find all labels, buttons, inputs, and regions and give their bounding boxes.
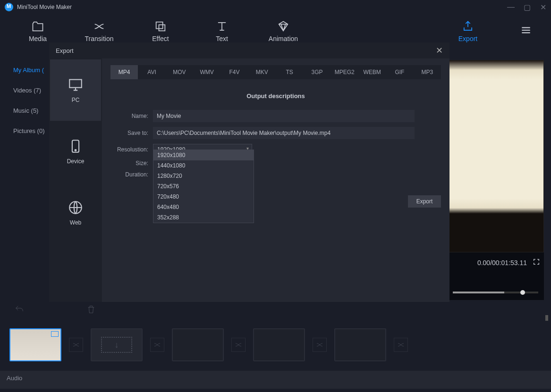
svg-rect-1 bbox=[159, 25, 165, 31]
format-wmv[interactable]: WMV bbox=[193, 65, 220, 79]
svg-rect-0 bbox=[156, 22, 163, 29]
timeline: Audio bbox=[0, 300, 551, 392]
text-icon bbox=[215, 20, 229, 33]
format-tabs: MP4 AVI MOV WMV F4V MKV TS 3GP MPEG2 WEB… bbox=[110, 65, 441, 79]
format-mp4[interactable]: MP4 bbox=[110, 65, 138, 79]
resolution-option[interactable]: 1280x720 bbox=[153, 171, 254, 181]
svg-point-4 bbox=[75, 150, 76, 151]
transition-mini-icon bbox=[315, 341, 324, 349]
format-mov[interactable]: MOV bbox=[166, 65, 193, 79]
resolution-option[interactable]: 1440x1080 bbox=[153, 160, 254, 171]
resolution-dropdown: 1920x1080 1440x1080 1280x720 720x576 720… bbox=[153, 150, 254, 223]
timeline-clip[interactable] bbox=[253, 328, 305, 361]
menu-button[interactable] bbox=[520, 24, 532, 38]
transition-mini-icon bbox=[72, 341, 80, 349]
fullscreen-button[interactable] bbox=[533, 258, 540, 267]
fullscreen-icon bbox=[533, 258, 540, 266]
media-label: Media bbox=[29, 35, 47, 42]
export-settings: MP4 AVI MOV WMV F4V MKV TS 3GP MPEG2 WEB… bbox=[102, 58, 449, 302]
timeline-clip[interactable] bbox=[334, 328, 386, 361]
transition-slot[interactable] bbox=[313, 338, 327, 352]
format-ts[interactable]: TS bbox=[276, 65, 303, 79]
minimize-icon[interactable]: — bbox=[508, 4, 514, 10]
transition-slot[interactable] bbox=[69, 338, 83, 352]
sidepanel-myalbum[interactable]: My Album ( bbox=[13, 60, 52, 80]
export-target-device[interactable]: Device bbox=[50, 121, 101, 182]
undo-icon[interactable] bbox=[14, 304, 25, 315]
format-mp3[interactable]: MP3 bbox=[414, 65, 441, 79]
diamond-icon bbox=[277, 20, 290, 33]
animation-tab[interactable]: Animation bbox=[264, 20, 302, 42]
text-tab[interactable]: Text bbox=[203, 20, 241, 42]
export-label: Export bbox=[458, 35, 477, 42]
animation-label: Animation bbox=[269, 35, 298, 42]
monitor-icon bbox=[68, 77, 84, 93]
export-target-pc[interactable]: PC bbox=[50, 59, 101, 121]
size-label: Size: bbox=[110, 160, 153, 167]
format-f4v[interactable]: F4V bbox=[220, 65, 248, 79]
resolution-option[interactable]: 720x576 bbox=[153, 181, 254, 192]
output-heading: Output descriptions bbox=[110, 92, 441, 100]
format-gif[interactable]: GIF bbox=[386, 65, 413, 79]
text-label: Text bbox=[216, 35, 228, 42]
transition-mini-icon bbox=[397, 341, 405, 349]
transition-slot[interactable] bbox=[394, 338, 408, 352]
preview-panel: 0.00/00:01:53.11 bbox=[447, 60, 544, 315]
resolution-option[interactable]: 1920x1080 bbox=[153, 150, 254, 160]
duration-label: Duration: bbox=[110, 171, 153, 178]
format-3gp[interactable]: 3GP bbox=[303, 65, 331, 79]
media-sidepanel: My Album ( Videos (7) Music (5) Pictures… bbox=[0, 50, 52, 141]
timeline-strip[interactable] bbox=[0, 319, 551, 371]
volume-slider[interactable] bbox=[453, 292, 538, 293]
sidepanel-pictures[interactable]: Pictures (0) bbox=[13, 121, 52, 141]
resolution-option[interactable]: 352x288 bbox=[153, 212, 254, 223]
saveto-label: Save to: bbox=[110, 130, 153, 136]
close-icon[interactable]: ✕ bbox=[540, 4, 546, 10]
hamburger-icon bbox=[520, 24, 532, 36]
saveto-input[interactable] bbox=[153, 127, 415, 139]
resolution-label: Resolustion: bbox=[110, 146, 153, 153]
svg-rect-2 bbox=[69, 80, 82, 88]
sidepanel-videos[interactable]: Videos (7) bbox=[13, 80, 52, 100]
audio-track-label[interactable]: Audio bbox=[0, 371, 551, 389]
export-dialog: Export ✕ PC Device Web MP4 bbox=[49, 42, 449, 302]
format-mkv[interactable]: MKV bbox=[248, 65, 276, 79]
preview-video[interactable] bbox=[447, 60, 544, 252]
export-confirm-button[interactable]: Export bbox=[408, 195, 441, 208]
trash-icon[interactable] bbox=[86, 304, 96, 315]
name-label: Name: bbox=[110, 113, 153, 119]
dialog-header: Export ✕ bbox=[49, 42, 449, 58]
media-tab[interactable]: Media bbox=[19, 20, 57, 42]
export-button[interactable]: Export bbox=[449, 20, 487, 42]
resolution-option[interactable]: 640x480 bbox=[153, 202, 254, 212]
transition-slot[interactable] bbox=[231, 338, 246, 352]
effect-icon bbox=[154, 20, 167, 33]
transition-mini-icon bbox=[153, 341, 161, 349]
transition-tab[interactable]: Transition bbox=[80, 20, 118, 42]
folder-icon bbox=[31, 20, 44, 33]
dialog-close-button[interactable]: ✕ bbox=[436, 45, 443, 56]
format-mpeg2[interactable]: MPEG2 bbox=[331, 65, 358, 79]
timeline-clip[interactable] bbox=[9, 328, 61, 361]
timeline-clip[interactable] bbox=[91, 328, 143, 361]
resolution-option[interactable]: 720x480 bbox=[153, 192, 254, 202]
app-title: MiniTool Movie Maker bbox=[17, 4, 72, 10]
transition-slot[interactable] bbox=[150, 338, 164, 352]
dialog-title: Export bbox=[56, 47, 74, 54]
maximize-icon[interactable]: ▢ bbox=[524, 4, 530, 10]
app-logo bbox=[5, 3, 13, 11]
effect-tab[interactable]: Effect bbox=[142, 20, 179, 42]
export-target-web-label: Web bbox=[70, 219, 81, 226]
scrollbar-thumb[interactable] bbox=[545, 315, 548, 321]
export-target-web[interactable]: Web bbox=[50, 182, 101, 243]
format-avi[interactable]: AVI bbox=[138, 65, 165, 79]
format-webm[interactable]: WEBM bbox=[358, 65, 386, 79]
export-target-sidebar: PC Device Web bbox=[49, 58, 102, 302]
export-target-pc-label: PC bbox=[72, 97, 80, 103]
name-input[interactable] bbox=[153, 110, 415, 122]
effect-label: Effect bbox=[152, 35, 169, 42]
titlebar: MiniTool Movie Maker — ▢ ✕ bbox=[0, 0, 551, 14]
export-icon bbox=[461, 20, 475, 33]
timeline-clip[interactable] bbox=[172, 328, 224, 361]
sidepanel-music[interactable]: Music (5) bbox=[13, 100, 52, 121]
